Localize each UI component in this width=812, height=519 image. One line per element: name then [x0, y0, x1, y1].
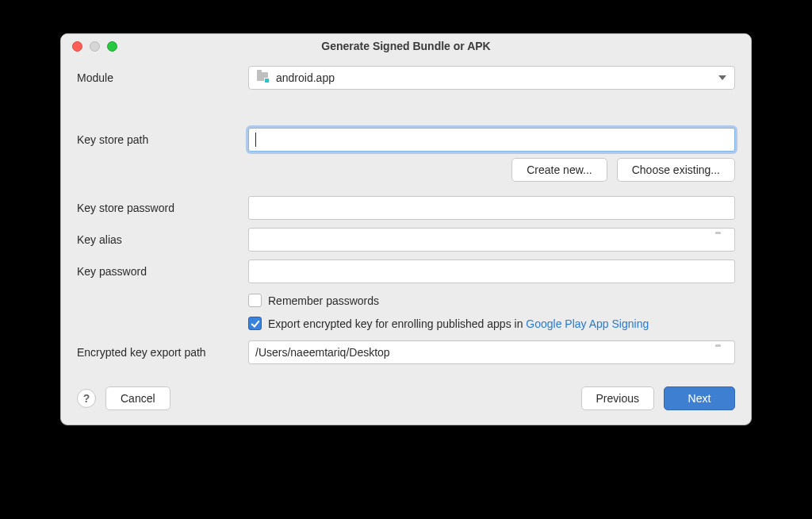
key-alias-label: Key alias: [77, 233, 248, 246]
chevron-down-icon: [718, 75, 726, 80]
cancel-button[interactable]: Cancel: [105, 386, 170, 410]
export-encrypted-label: Export encrypted key for enrolling publi…: [268, 317, 649, 330]
keystore-password-label: Key store password: [77, 202, 248, 214]
previous-button[interactable]: Previous: [581, 386, 654, 410]
remember-passwords-label: Remember passwords: [268, 294, 379, 307]
next-button[interactable]: Next: [664, 386, 735, 410]
keystore-path-input[interactable]: [248, 128, 735, 152]
export-encrypted-row: Export encrypted key for enrolling publi…: [248, 314, 649, 333]
remember-passwords-checkbox[interactable]: [248, 294, 262, 307]
export-path-row: Encrypted key export path /Users/naeemta…: [77, 340, 735, 364]
export-encrypted-checkbox[interactable]: [248, 317, 262, 330]
google-play-signing-link[interactable]: Google Play App Signing: [526, 317, 649, 330]
browse-export-path-button[interactable]: [715, 347, 730, 358]
key-password-label: Key password: [77, 265, 248, 278]
export-path-label: Encrypted key export path: [77, 346, 248, 359]
generate-signed-bundle-dialog: Generate Signed Bundle or APK Module and…: [60, 33, 752, 425]
key-alias-input[interactable]: [248, 228, 735, 252]
module-row: Module android.app: [77, 66, 735, 90]
keystore-buttons-row: Create new... Choose existing...: [77, 158, 735, 182]
help-button[interactable]: ?: [77, 389, 96, 408]
keystore-password-input[interactable]: [248, 196, 735, 220]
choose-existing-button[interactable]: Choose existing...: [617, 158, 735, 182]
keystore-password-row: Key store password: [77, 196, 735, 220]
keystore-path-row: Key store path: [77, 128, 735, 152]
checkboxes-row: Remember passwords Export encrypted key …: [77, 291, 735, 333]
export-path-input[interactable]: /Users/naeemtariq/Desktop: [248, 340, 735, 364]
dialog-title: Generate Signed Bundle or APK: [61, 40, 751, 52]
remember-passwords-row: Remember passwords: [248, 291, 379, 309]
module-dropdown[interactable]: android.app: [248, 66, 735, 90]
module-label: Module: [77, 71, 248, 84]
export-path-value: /Users/naeemtariq/Desktop: [255, 346, 390, 359]
module-value: android.app: [276, 71, 335, 84]
text-cursor-icon: [255, 133, 256, 147]
module-icon: [257, 72, 270, 83]
keystore-path-label: Key store path: [77, 133, 248, 146]
bottom-bar: ? Cancel Previous Next: [77, 372, 735, 410]
key-password-row: Key password: [77, 260, 735, 283]
key-alias-row: Key alias: [77, 228, 735, 252]
key-password-input[interactable]: [248, 260, 735, 283]
browse-alias-button[interactable]: [715, 234, 730, 245]
titlebar: Generate Signed Bundle or APK: [61, 34, 751, 58]
create-new-button[interactable]: Create new...: [511, 158, 607, 182]
dialog-content: Module android.app Key store path: [61, 58, 751, 425]
